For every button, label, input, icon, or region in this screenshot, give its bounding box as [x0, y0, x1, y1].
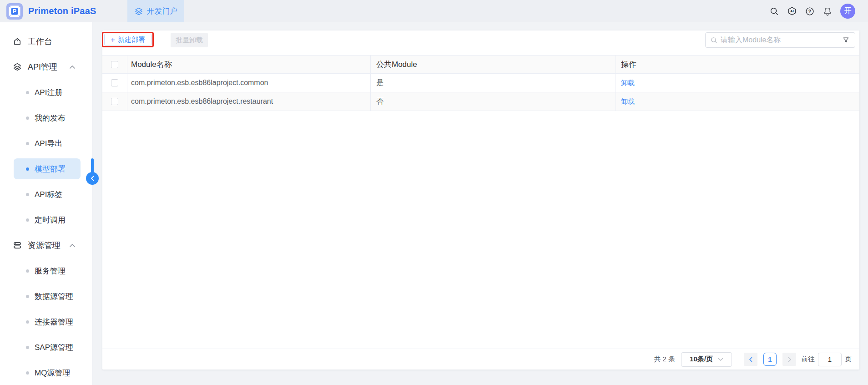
sidebar-item-label: 工作台: [28, 36, 52, 47]
help-glyph: ?: [808, 8, 811, 14]
row-checkbox[interactable]: [111, 79, 118, 86]
sidebar-group-label: API管理: [28, 61, 57, 72]
avatar-initial: 开: [844, 6, 852, 16]
sidebar-item-label: 模型部署: [35, 164, 66, 174]
bullet-dot-icon: [26, 295, 29, 298]
bullet-dot-icon: [26, 320, 29, 324]
module-search-input[interactable]: [718, 36, 842, 44]
unload-link[interactable]: 卸载: [621, 79, 635, 87]
bullet-dot-icon: [26, 142, 29, 145]
goto-page-input[interactable]: [818, 353, 842, 366]
sidebar-item-label: API导出: [35, 138, 62, 149]
bullet-dot-icon: [26, 346, 29, 349]
page-size-select[interactable]: 10条/页: [681, 352, 732, 367]
brand-name: Primeton iPaaS: [28, 6, 96, 16]
module-name-cell: com.primeton.esb.esb86laproject.restaura…: [131, 97, 273, 106]
module-table: Module名称 公共Module 操作 com.primeton.esb.es…: [102, 55, 859, 111]
sidebar-item-api-register[interactable]: API注册: [0, 80, 92, 105]
pagination-bar: 共 2 条 10条/页 1 前往 页: [102, 349, 859, 370]
total-count-label: 共 2 条: [654, 355, 675, 364]
server-icon: [13, 241, 22, 250]
sidebar-item-api-tags[interactable]: API标签: [0, 182, 92, 207]
public-module-cell: 是: [376, 78, 384, 88]
content-card: + 新建部署 批量卸载 Module名称 公共Module: [102, 30, 859, 370]
ai-icon-label: AI: [790, 9, 794, 13]
sidebar-item-workbench[interactable]: 工作台: [0, 29, 92, 54]
table-row: com.primeton.esb.esb86laproject.restaura…: [102, 92, 859, 111]
sidebar-item-model-deploy[interactable]: 模型部署: [0, 156, 92, 182]
tab-dev-portal-label: 开发门户: [147, 6, 178, 16]
row-checkbox[interactable]: [111, 98, 118, 105]
bullet-dot-icon: [26, 371, 29, 375]
new-deploy-label: 新建部署: [118, 35, 145, 44]
chevron-right-icon: [787, 357, 792, 362]
bullet-dot-icon: [26, 218, 29, 222]
sidebar-item-api-export[interactable]: API导出: [0, 131, 92, 156]
sidebar-item-my-publish[interactable]: 我的发布: [0, 105, 92, 131]
chevron-down-icon: [718, 358, 723, 361]
search-icon: [710, 36, 718, 44]
page-size-value: 10条/页: [690, 355, 713, 364]
sidebar-item-service-management[interactable]: 服务管理: [0, 258, 92, 284]
sidebar-item-label: API标签: [35, 189, 62, 200]
sidebar-item-datasource-management[interactable]: 数据源管理: [0, 284, 92, 309]
tab-dev-portal[interactable]: 开发门户: [127, 0, 184, 22]
bullet-dot-icon: [26, 269, 29, 273]
table-header-row: Module名称 公共Module 操作: [102, 55, 859, 74]
module-search-box: [705, 32, 855, 48]
batch-unload-button[interactable]: 批量卸载: [171, 33, 208, 47]
sidebar-item-label: 连接器管理: [35, 317, 73, 327]
sidebar-item-connector-management[interactable]: 连接器管理: [0, 309, 92, 334]
select-all-checkbox[interactable]: [111, 61, 118, 68]
sidebar-item-mq-source-management[interactable]: MQ源管理: [0, 360, 92, 385]
next-page-button[interactable]: [782, 353, 796, 366]
brand-logo: P Primeton iPaaS: [0, 3, 96, 20]
current-page: 1: [768, 355, 772, 363]
chevron-left-icon: [90, 175, 95, 182]
chevron-left-icon: [749, 357, 753, 362]
layers-icon: [13, 62, 22, 71]
header-actions: AI ? 开: [769, 4, 868, 19]
user-avatar[interactable]: 开: [840, 4, 855, 19]
public-module-cell: 否: [376, 97, 384, 106]
sidebar-collapse-button[interactable]: [86, 172, 99, 185]
sidebar-group-resource-management[interactable]: 资源管理: [0, 233, 92, 258]
search-icon[interactable]: [769, 6, 779, 16]
home-icon: [13, 37, 22, 46]
chevron-up-icon: [69, 243, 76, 248]
module-name-cell: com.primeton.esb.esb86laproject.common: [131, 79, 268, 87]
filter-funnel-icon[interactable]: [842, 36, 850, 44]
column-header-actions: 操作: [621, 59, 636, 70]
sidebar-item-label: SAP源管理: [35, 342, 73, 353]
help-icon[interactable]: ?: [805, 6, 815, 16]
column-header-module-name: Module名称: [131, 59, 172, 70]
bell-icon[interactable]: [823, 6, 833, 16]
table-row: com.primeton.esb.esb86laproject.common 是…: [102, 74, 859, 92]
ai-assistant-icon[interactable]: AI: [787, 6, 797, 16]
primeton-logo-icon: P: [6, 3, 23, 20]
sidebar-group-label: 资源管理: [28, 240, 61, 251]
bullet-dot-icon: [26, 193, 29, 196]
sidebar-group-api-management[interactable]: API管理: [0, 54, 92, 80]
logo-letter: P: [13, 8, 16, 15]
prev-page-button[interactable]: [744, 353, 757, 366]
sidebar-item-label: 数据源管理: [35, 291, 73, 302]
sidebar-item-sap-source-management[interactable]: SAP源管理: [0, 334, 92, 360]
unload-link[interactable]: 卸载: [621, 97, 635, 106]
sidebar-item-scheduled-call[interactable]: 定时调用: [0, 207, 92, 233]
sidebar-item-label: API注册: [35, 87, 62, 98]
page-number-button[interactable]: 1: [763, 353, 777, 366]
annotation-highlight-box: + 新建部署: [102, 32, 154, 47]
top-header: P Primeton iPaaS 开发门户 AI: [0, 0, 868, 22]
bullet-dot-icon: [26, 117, 29, 120]
new-deploy-button[interactable]: + 新建部署: [104, 34, 151, 46]
bullet-dot-icon: [26, 91, 29, 94]
main-area: + 新建部署 批量卸载 Module名称 公共Module: [93, 22, 868, 385]
sidebar-item-label: 服务管理: [35, 266, 66, 276]
sidebar-item-label: 我的发布: [35, 113, 66, 123]
layers-icon: [134, 7, 143, 16]
sidebar-item-label: 定时调用: [35, 215, 66, 225]
column-header-public-module: 公共Module: [376, 59, 417, 70]
bullet-dot-icon: [26, 167, 29, 171]
plus-icon: +: [111, 36, 115, 44]
